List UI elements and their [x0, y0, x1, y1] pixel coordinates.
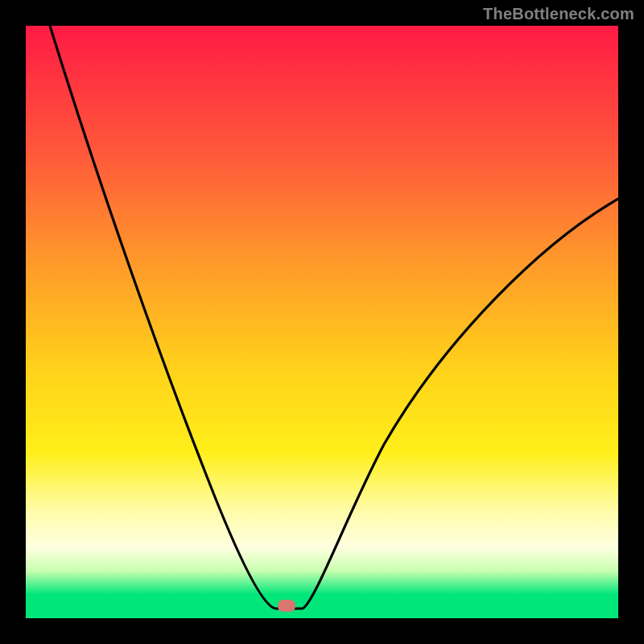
- optimal-marker: [278, 600, 295, 612]
- chart-frame: TheBottleneck.com: [0, 0, 644, 644]
- curve-right: [303, 199, 618, 609]
- bottleneck-curve: [26, 26, 618, 618]
- curve-left: [50, 26, 275, 609]
- watermark-text: TheBottleneck.com: [483, 5, 634, 23]
- plot-area: [26, 26, 618, 618]
